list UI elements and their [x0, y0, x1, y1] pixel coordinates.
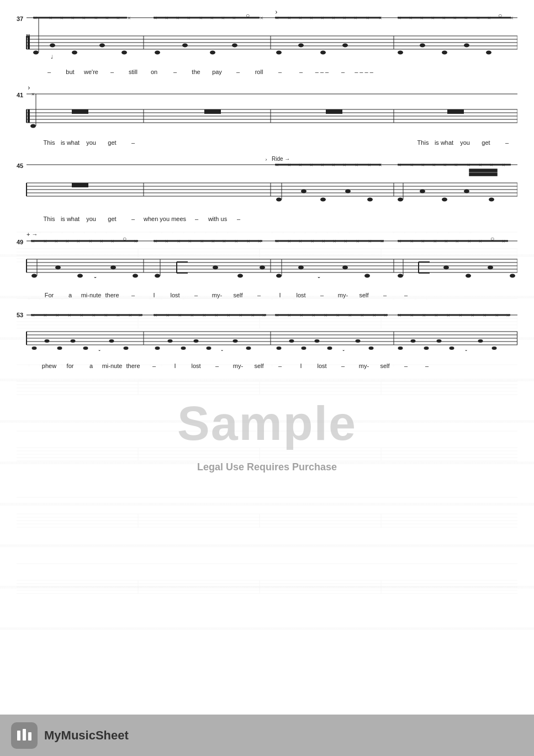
notes-m37: × × × × × × × × × × × × × × × × × ○ × ›: [33, 8, 514, 21]
svg-text:×: ×: [271, 363, 273, 368]
system-37: 37 𝄥 ×: [17, 6, 517, 77]
svg-point-65: [298, 44, 304, 48]
bass-notes-m37: ♩: [33, 18, 491, 60]
lyric-word: –: [332, 69, 353, 75]
lyric-word: on: [144, 69, 165, 75]
svg-point-59: [121, 51, 127, 55]
lyrics-41: This is what you get – This is what you …: [17, 137, 517, 148]
lyric-word: roll: [249, 69, 269, 75]
system-45: 45 › Ride → ×: [17, 153, 517, 224]
svg-point-63: [232, 44, 237, 48]
svg-point-67: [342, 44, 348, 48]
lyric-word: get: [475, 139, 496, 146]
svg-text:×: ×: [282, 363, 284, 368]
staff-svg-41: 41 ›: [17, 82, 517, 137]
svg-point-70: [442, 51, 447, 55]
svg-rect-110: [72, 183, 88, 187]
svg-point-64: [276, 51, 282, 55]
svg-text:×: ×: [392, 296, 395, 302]
svg-text:×: ×: [31, 91, 35, 97]
svg-text:×: ×: [28, 363, 30, 368]
svg-text:45: 45: [17, 162, 23, 169]
lyric-word: This: [39, 139, 60, 146]
svg-point-135: [276, 198, 282, 202]
svg-point-143: [420, 190, 425, 193]
svg-point-139: [345, 190, 351, 193]
svg-point-95: [30, 124, 36, 128]
lyric-word: –: [102, 69, 123, 75]
svg-point-146: [489, 198, 494, 202]
svg-text:›: ›: [265, 155, 267, 162]
svg-text:×: ×: [260, 14, 263, 21]
svg-text:×: ×: [50, 363, 52, 368]
svg-point-62: [210, 51, 215, 55]
svg-point-138: [320, 198, 326, 202]
svg-text:×: ×: [39, 363, 41, 368]
lyric-word: This: [413, 139, 433, 146]
svg-text:×: ×: [403, 296, 406, 302]
lyric-word: –: [269, 69, 290, 75]
svg-text:×: ×: [160, 363, 163, 368]
logo-text: MyMusicSheet: [44, 728, 129, 743]
faded-music-rows: ×××× ×××× ×××× ×××× ×××× ×××× ×××× ××××: [17, 216, 517, 712]
svg-text:×: ×: [414, 296, 417, 302]
svg-rect-147: [469, 169, 497, 172]
svg-rect-449: [23, 729, 26, 741]
svg-text:×: ×: [271, 296, 273, 302]
svg-rect-450: [28, 732, 31, 741]
svg-text:×: ×: [127, 14, 131, 21]
svg-point-137: [301, 190, 306, 193]
svg-text:×: ×: [282, 296, 284, 302]
svg-point-145: [464, 190, 469, 193]
lyric-word: the: [186, 69, 207, 75]
lyric-word: is what: [433, 139, 454, 146]
system-41: 41 ›: [17, 82, 517, 148]
svg-point-57: [72, 51, 77, 55]
svg-point-58: [99, 44, 105, 48]
svg-text:41: 41: [17, 92, 23, 98]
svg-point-55: [50, 44, 55, 48]
svg-rect-148: [469, 173, 497, 176]
lyric-word: pay: [207, 69, 228, 75]
lyric-word: – – –: [311, 69, 332, 75]
svg-point-140: [367, 198, 373, 202]
svg-point-72: [486, 51, 491, 55]
svg-point-66: [320, 51, 326, 55]
logo-icon: [11, 722, 38, 749]
lyric-word: –: [496, 139, 517, 146]
lyric-word: is what: [60, 139, 81, 146]
svg-point-69: [420, 44, 425, 48]
svg-rect-448: [17, 731, 20, 741]
lyrics-37: – but we're – still on – the pay – roll …: [17, 66, 517, 77]
svg-rect-93: [326, 109, 342, 114]
logo-bar: MyMusicSheet: [0, 715, 534, 756]
lyric-word: still: [123, 69, 144, 75]
svg-text:♩: ♩: [51, 54, 53, 60]
staff-svg-37: 37 𝄥 ×: [17, 6, 517, 66]
svg-point-141: [398, 198, 403, 202]
lyric-word: but: [60, 69, 81, 75]
svg-text:›: ›: [28, 83, 30, 92]
svg-text:×: ×: [293, 296, 295, 302]
svg-point-144: [442, 198, 447, 202]
svg-point-71: [464, 44, 469, 48]
lyric-word: get: [102, 139, 123, 146]
svg-point-68: [398, 51, 403, 55]
lyric-word: –: [290, 69, 311, 75]
lyric-word: –: [39, 69, 60, 75]
svg-point-53: [33, 51, 39, 55]
svg-rect-92: [204, 109, 221, 114]
lyric-word: –: [228, 69, 249, 75]
logo-svg: [16, 727, 33, 744]
svg-text:×: ×: [304, 296, 306, 302]
svg-rect-91: [72, 109, 88, 114]
lyric-word: –: [165, 69, 186, 75]
lyric-word: we're: [81, 69, 102, 75]
svg-text:×: ×: [149, 363, 152, 368]
svg-rect-94: [447, 109, 464, 114]
svg-text:×: ×: [425, 296, 428, 302]
lyric-word: you: [81, 139, 102, 146]
lyric-word: –: [123, 139, 144, 146]
measure-number-37: 37: [17, 15, 23, 22]
svg-text:×: ×: [171, 363, 174, 368]
